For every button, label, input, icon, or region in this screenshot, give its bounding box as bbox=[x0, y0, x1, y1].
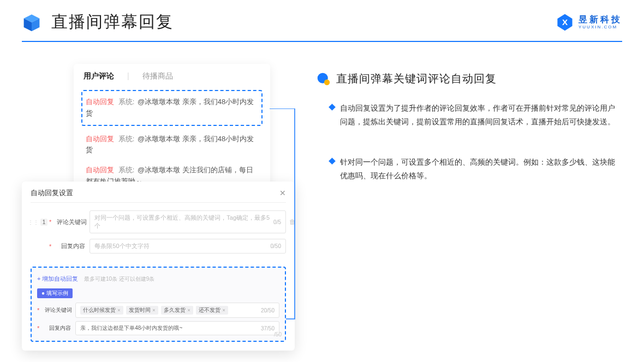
keyword-counter: 0/5 bbox=[273, 219, 281, 225]
section-heading: 直播间弹幕关键词评论自动回复 bbox=[317, 71, 622, 86]
reply-row: * 回复内容 每条限50个中文字符 0/50 bbox=[31, 239, 286, 254]
example-keyword-counter: 20/50 bbox=[261, 307, 275, 313]
settings-title: 自动回复设置 bbox=[31, 188, 73, 198]
chat-bubble-icon bbox=[317, 72, 331, 86]
description-column: 直播间弹幕关键词评论自动回复 自动回复设置为了提升作者的评论回复效率，作者可在开… bbox=[317, 64, 622, 241]
example-block: + 增加自动回复 最多可建10条 还可以创建9条 ● 填写示例 * 评论关键词 … bbox=[31, 267, 286, 342]
keyword-label: 评论关键词 bbox=[57, 218, 85, 226]
brand-name-cn: 昱新科技 bbox=[579, 15, 622, 24]
comments-tabs: 用户评论 | 待播商品 bbox=[84, 71, 260, 85]
required-star: * bbox=[49, 219, 51, 225]
system-tag: 系统: bbox=[118, 135, 135, 143]
svg-text:X: X bbox=[562, 17, 568, 27]
keyword-input[interactable]: 对同一个问题，可设置多个相近、高频的关键词，Tag确定，最多5个 0/5 bbox=[90, 210, 286, 233]
auto-reply-tag: 自动回复 bbox=[86, 98, 114, 106]
example-keyword-input[interactable]: 什么时候发货× 发货时间× 多久发货× 还不发货× 20/50 bbox=[75, 303, 279, 318]
system-tag: 系统: bbox=[118, 98, 135, 106]
keyword-placeholder: 对同一个问题，可设置多个相近、高频的关键词，Tag确定，最多5个 bbox=[94, 214, 273, 230]
keyword-tag[interactable]: 多久发货× bbox=[161, 306, 193, 315]
reply-label: 回复内容 bbox=[57, 242, 85, 250]
rule-index: 1 bbox=[40, 219, 48, 226]
header-left: 直播间弹幕回复 bbox=[22, 11, 174, 33]
page-header: 直播间弹幕回复 X 昱新科技 YUUXIN.COM bbox=[0, 0, 644, 39]
required-star: * bbox=[37, 307, 39, 313]
faded-counter: /50 bbox=[274, 331, 282, 337]
comment-row-highlighted: 自动回复 系统: @冰墩墩本墩 亲亲，我们48小时内发货 bbox=[81, 90, 263, 126]
auto-reply-tag: 自动回复 bbox=[86, 135, 114, 143]
keyword-tag[interactable]: 还不发货× bbox=[196, 306, 228, 315]
keyword-tag[interactable]: 发货时间× bbox=[126, 306, 158, 315]
auto-reply-tag: 自动回复 bbox=[86, 166, 114, 174]
svg-point-5 bbox=[324, 79, 330, 85]
tab-pending-goods[interactable]: 待播商品 bbox=[142, 71, 173, 85]
example-reply-label: 回复内容 bbox=[45, 324, 71, 332]
brand-name-en: YUUXIN.COM bbox=[579, 25, 622, 29]
diamond-bullet-icon bbox=[329, 158, 336, 165]
required-star: * bbox=[49, 243, 51, 250]
trash-icon[interactable]: 🗑 bbox=[289, 218, 296, 226]
bullet-text: 针对同一个问题，可设置多个相近的、高频的关键词。例如：这款多少钱、这块能优惠吗、… bbox=[340, 155, 622, 182]
brand-logo-icon: X bbox=[556, 13, 574, 32]
example-reply-value: 亲，我们这边都是下单48小时内发货的哦~ bbox=[80, 324, 182, 332]
keyword-tag[interactable]: 什么时候发货× bbox=[80, 306, 123, 315]
reply-counter: 0/50 bbox=[271, 243, 281, 249]
diamond-bullet-icon bbox=[329, 104, 336, 111]
bullet-item: 针对同一个问题，可设置多个相近的、高频的关键词。例如：这款多少钱、这块能优惠吗、… bbox=[330, 155, 622, 182]
example-reply-input[interactable]: 亲，我们这边都是下单48小时内发货的哦~ 37/50 bbox=[75, 321, 279, 335]
system-tag: 系统: bbox=[118, 166, 135, 174]
example-keyword-label: 评论关键词 bbox=[45, 306, 71, 314]
brand: X 昱新科技 YUUXIN.COM bbox=[556, 13, 622, 32]
required-star: * bbox=[37, 325, 39, 331]
example-reply-counter: 37/50 bbox=[261, 325, 275, 331]
auto-reply-settings-card: 自动回复设置 ✕ ⋮⋮ 1 * 评论关键词 对同一个问题，可设置多个相近、高频的… bbox=[22, 182, 295, 351]
reply-placeholder: 每条限50个中文字符 bbox=[94, 242, 149, 250]
reply-input[interactable]: 每条限50个中文字符 0/50 bbox=[90, 239, 286, 254]
keyword-row: ⋮⋮ 1 * 评论关键词 对同一个问题，可设置多个相近、高频的关键词，Tag确定… bbox=[31, 210, 286, 233]
bullet-text: 自动回复设置为了提升作者的评论回复效率，作者可在开播前针对常见的评论用户问题，提… bbox=[340, 101, 622, 128]
drag-handle-icon[interactable]: ⋮⋮ bbox=[28, 219, 39, 225]
bullet-item: 自动回复设置为了提升作者的评论回复效率，作者可在开播前针对常见的评论用户问题，提… bbox=[330, 101, 622, 128]
page-title: 直播间弹幕回复 bbox=[51, 11, 174, 33]
comment-row: 自动回复 系统: @冰墩墩本墩 亲亲，我们48小时内发货 bbox=[84, 129, 260, 161]
add-hint: 最多可建10条 还可以创建9条 bbox=[84, 276, 154, 282]
close-icon[interactable]: ✕ bbox=[279, 189, 286, 197]
cube-icon bbox=[22, 13, 41, 32]
add-auto-reply-link[interactable]: + 增加自动回复 bbox=[37, 275, 78, 283]
tab-separator: | bbox=[127, 71, 129, 85]
example-label: ● 填写示例 bbox=[37, 288, 73, 298]
section-title: 直播间弹幕关键词评论自动回复 bbox=[336, 71, 497, 86]
tab-user-comments[interactable]: 用户评论 bbox=[84, 71, 114, 85]
screenshot-column: 用户评论 | 待播商品 自动回复 系统: @冰墩墩本墩 亲亲，我们48小时内发货… bbox=[22, 64, 284, 241]
